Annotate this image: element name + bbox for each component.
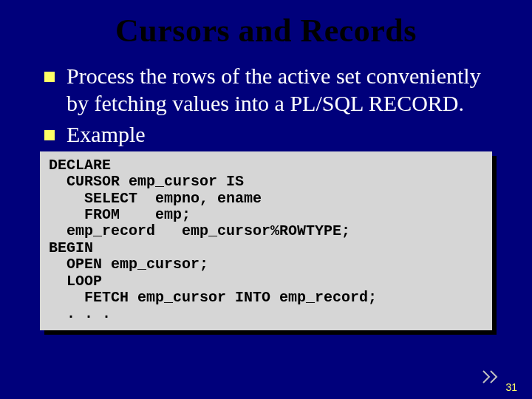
- slide-title: Cursors and Records: [37, 12, 495, 50]
- bullet-text: Process the rows of the active set conve…: [66, 64, 481, 115]
- bullet-list: Process the rows of the active set conve…: [44, 63, 495, 149]
- next-slide-button[interactable]: [482, 369, 501, 384]
- bullet-item: Process the rows of the active set conve…: [44, 63, 495, 117]
- page-number: 31: [505, 381, 517, 393]
- bullet-text: Example: [66, 122, 146, 146]
- double-arrow-icon: [482, 369, 501, 384]
- bullet-icon: [44, 72, 55, 82]
- bullet-item: Example: [44, 121, 495, 149]
- code-block-wrap: DECLARE CURSOR emp_cursor IS SELECT empn…: [40, 151, 492, 330]
- bullet-icon: [44, 130, 55, 140]
- code-block: DECLARE CURSOR emp_cursor IS SELECT empn…: [40, 151, 492, 330]
- slide: Cursors and Records Process the rows of …: [0, 0, 532, 399]
